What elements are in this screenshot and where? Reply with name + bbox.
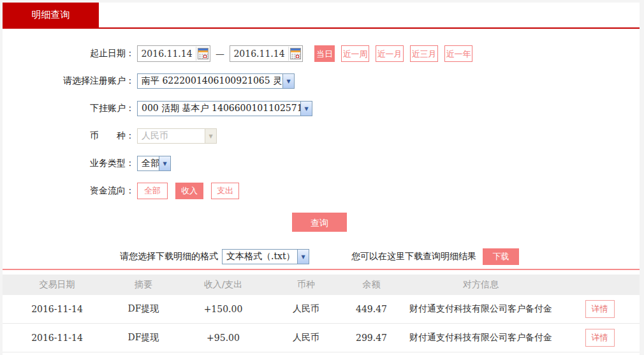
quick-range-quarter-button[interactable]: 近三月 xyxy=(410,45,438,62)
sub-account-select[interactable]: 000 活期 基本户 1406600101102571848 ▼ xyxy=(137,101,312,116)
sub-account-label: 下挂账户： xyxy=(3,103,135,114)
download-format-value: 文本格式（.txt） xyxy=(223,251,297,262)
business-type-label: 业务类型： xyxy=(3,158,135,169)
business-type-row: 业务类型： 全部 ▼ xyxy=(3,155,640,172)
chevron-down-icon[interactable]: ▼ xyxy=(297,250,309,264)
quick-range-year-button[interactable]: 近一年 xyxy=(444,45,472,62)
registered-account-value: 南平 6222001406100921065 灵通卡 xyxy=(138,75,282,87)
fund-flow-label: 资金流向： xyxy=(3,185,135,197)
download-format-select[interactable]: 文本格式（.txt） ▼ xyxy=(222,249,309,264)
cell-currency: 人民币 xyxy=(271,295,341,324)
currency-label: 币 种： xyxy=(3,130,135,142)
date-range-row: 起止日期： 2016.11.14 xyxy=(3,45,640,62)
header-amount: 收入/支出 xyxy=(175,275,271,295)
header-currency: 币种 xyxy=(271,275,341,295)
sub-account-value: 000 活期 基本户 1406600101102571848 xyxy=(138,103,300,114)
header-date: 交易日期 xyxy=(3,275,112,295)
business-type-value: 全部 xyxy=(138,158,159,169)
date-range-label: 起止日期： xyxy=(3,48,135,59)
header-balance: 余额 xyxy=(341,275,402,295)
download-row: 请您选择下载明细的格式 文本格式（.txt） ▼ 您可以在这里下载查询明细结果 … xyxy=(3,248,640,265)
currency-value: 人民币 xyxy=(138,130,205,142)
registered-account-select[interactable]: 南平 6222001406100921065 灵通卡 ▼ xyxy=(137,73,295,89)
query-form: 起止日期： 2016.11.14 xyxy=(3,45,640,232)
table-row: 2016-11-14 DF提现 +95.00 人民币 299.47 财付通支付科… xyxy=(3,324,640,352)
chevron-down-icon[interactable]: ▼ xyxy=(159,156,170,170)
calendar-icon[interactable] xyxy=(196,47,210,61)
calendar-icon[interactable] xyxy=(288,47,302,61)
currency-row: 币 种： 人民币 ▼ xyxy=(3,128,640,144)
content-panel: 明细查询 起止日期： 2016.11.14 xyxy=(3,3,640,355)
cell-balance: 449.47 xyxy=(341,295,402,324)
cell-counterparty: 财付通支付科技有限公司客户备付金 xyxy=(402,295,560,324)
header-summary: 摘要 xyxy=(112,275,175,295)
download-format-label: 请您选择下载明细的格式 xyxy=(120,251,218,262)
quick-range-today-button[interactable]: 当日 xyxy=(314,45,335,62)
fund-flow-row: 资金流向： 全部 收入 支出 xyxy=(3,183,640,199)
fund-flow-income-button[interactable]: 收入 xyxy=(175,183,203,199)
business-type-select[interactable]: 全部 ▼ xyxy=(137,156,171,171)
table-row: 2016-11-14 DF提现 +150.00 人民币 449.47 财付通支付… xyxy=(3,295,640,324)
chevron-down-icon: ▼ xyxy=(205,129,216,143)
tab-detail-query[interactable]: 明细查询 xyxy=(3,3,99,27)
header-action xyxy=(560,275,640,295)
chevron-down-icon[interactable]: ▼ xyxy=(300,102,312,116)
registered-account-row: 请选择注册账户： 南平 6222001406100921065 灵通卡 ▼ xyxy=(3,73,640,89)
quick-range-month-button[interactable]: 近一月 xyxy=(376,45,404,62)
fund-flow-expense-button[interactable]: 支出 xyxy=(211,183,239,199)
query-button[interactable]: 查询 xyxy=(292,213,347,232)
start-date-value[interactable]: 2016.11.14 xyxy=(138,49,196,59)
cell-currency: 人民币 xyxy=(271,324,341,352)
transaction-table: 交易日期 摘要 收入/支出 币种 余额 对方信息 2016-11-14 DF提现… xyxy=(3,275,640,352)
start-date-input[interactable]: 2016.11.14 xyxy=(137,45,210,62)
cell-amount: +95.00 xyxy=(175,324,271,352)
detail-button[interactable]: 详情 xyxy=(585,329,615,347)
chevron-down-icon[interactable]: ▼ xyxy=(282,74,294,88)
sub-account-row: 下挂账户： 000 活期 基本户 1406600101102571848 ▼ xyxy=(3,100,640,117)
tab-bar: 明细查询 xyxy=(3,3,640,29)
section-divider xyxy=(3,269,640,270)
end-date-value[interactable]: 2016.11.14 xyxy=(230,49,288,59)
cell-date: 2016-11-14 xyxy=(3,324,112,352)
cell-summary: DF提现 xyxy=(112,324,175,352)
header-counterparty: 对方信息 xyxy=(402,275,560,295)
currency-select: 人民币 ▼ xyxy=(137,128,217,144)
download-hint-text: 您可以在这里下载查询明细结果 xyxy=(351,251,476,262)
download-button[interactable]: 下载 xyxy=(483,248,519,265)
cell-summary: DF提现 xyxy=(112,295,175,324)
table-header-row: 交易日期 摘要 收入/支出 币种 余额 对方信息 xyxy=(3,275,640,295)
fund-flow-all-button[interactable]: 全部 xyxy=(137,183,168,199)
detail-button[interactable]: 详情 xyxy=(585,300,615,318)
registered-account-label: 请选择注册账户： xyxy=(3,75,135,87)
cell-date: 2016-11-14 xyxy=(3,295,112,324)
quick-range-week-button[interactable]: 近一周 xyxy=(341,45,369,62)
date-range-separator: — xyxy=(216,49,224,59)
cell-amount: +150.00 xyxy=(175,295,271,324)
cell-counterparty: 财付通支付科技有限公司客户备付金 xyxy=(402,324,560,352)
end-date-input[interactable]: 2016.11.14 xyxy=(230,45,303,62)
cell-balance: 299.47 xyxy=(341,324,402,352)
